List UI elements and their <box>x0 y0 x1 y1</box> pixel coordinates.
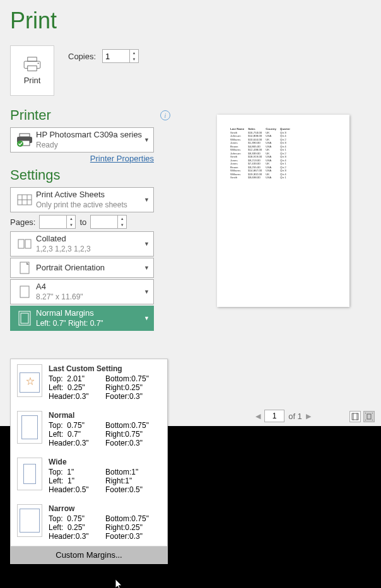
page-title: Print <box>10 8 175 34</box>
show-margins-button[interactable] <box>349 411 361 422</box>
print-button-label: Print <box>24 76 41 85</box>
svg-point-7 <box>17 141 23 147</box>
chevron-down-icon: ▼ <box>144 137 151 143</box>
paper-main: A4 <box>36 282 144 292</box>
zoom-to-page-button[interactable] <box>363 411 375 422</box>
chevron-down-icon: ▼ <box>144 241 151 247</box>
copies-label: Copies: <box>68 52 96 61</box>
orientation-main: Portrait Orientation <box>36 263 144 273</box>
collation-sub: 1,2,3 1,2,3 1,2,3 <box>36 245 144 254</box>
margin-thumb-icon <box>17 364 42 397</box>
pages-label: Pages: <box>10 217 35 227</box>
print-what-select[interactable]: Print Active Sheets Only print the activ… <box>10 187 154 212</box>
paper-icon <box>20 285 30 298</box>
margin-option-narrow[interactable]: NarrowTop: 0.75"Bottom:0.75"Left: 0.25"R… <box>11 499 167 546</box>
collation-main: Collated <box>36 234 144 244</box>
pages-to-label: to <box>79 217 86 227</box>
info-icon[interactable]: i <box>160 110 170 120</box>
margin-option-wide[interactable]: WideTop: 1"Bottom:1"Left: 1"Right:1"Head… <box>11 453 167 499</box>
paper-select[interactable]: A4 8.27" x 11.69" ▼ <box>10 279 154 304</box>
chevron-down-icon: ▼ <box>144 265 151 271</box>
portrait-icon <box>20 262 30 274</box>
svg-rect-17 <box>21 313 28 323</box>
svg-rect-12 <box>18 239 24 248</box>
pages-to-stepper[interactable]: ▲▼ <box>90 215 127 229</box>
printer-heading: Printer <box>10 107 51 124</box>
printer-status: Ready <box>36 141 144 150</box>
svg-rect-2 <box>28 66 37 71</box>
printer-name: HP Photosmart C309a series <box>36 130 144 140</box>
svg-rect-4 <box>20 134 30 137</box>
margins-menu: Last Custom SettingTop: 2.01"Bottom:0.75… <box>10 359 168 564</box>
copies-stepper[interactable]: ▲▼ <box>102 49 139 63</box>
copies-up[interactable]: ▲ <box>130 50 138 56</box>
margin-option-normal[interactable]: NormalTop: 0.75"Bottom:0.75"Left: 0.7"Ri… <box>11 406 167 453</box>
chevron-down-icon: ▼ <box>144 289 151 295</box>
grid-icon <box>17 194 32 205</box>
pages-to-input[interactable] <box>91 217 116 227</box>
print-preview: Last NameSalesCountryQuarterSmith$16,753… <box>217 115 349 307</box>
svg-rect-13 <box>25 239 31 248</box>
printer-properties-link[interactable]: Printer Properties <box>10 154 154 163</box>
svg-rect-0 <box>28 57 37 61</box>
svg-rect-21 <box>367 414 371 419</box>
svg-rect-15 <box>20 286 29 297</box>
chevron-down-icon: ▼ <box>144 315 151 321</box>
orientation-select[interactable]: Portrait Orientation ▼ <box>10 258 154 278</box>
margins-select[interactable]: Normal Margins Left: 0.7" Right: 0.7" ▼ <box>10 306 154 331</box>
print-what-sub: Only print the active sheets <box>36 200 144 210</box>
copies-down[interactable]: ▼ <box>130 56 138 62</box>
collated-icon <box>17 238 32 250</box>
margins-sub: Left: 0.7" Right: 0.7" <box>36 319 144 328</box>
pages-from-stepper[interactable]: ▲▼ <box>39 215 76 229</box>
next-page-button[interactable]: ▶ <box>306 412 311 420</box>
print-what-main: Print Active Sheets <box>36 190 144 200</box>
printer-status-icon <box>16 133 33 147</box>
margins-main: Normal Margins <box>36 308 144 318</box>
margins-icon <box>18 311 31 326</box>
printer-icon <box>21 57 43 72</box>
prev-page-button[interactable]: ◀ <box>255 412 261 420</box>
cursor-icon <box>115 579 125 588</box>
margin-thumb-icon <box>17 504 42 537</box>
margin-thumb-icon <box>17 411 42 444</box>
page-number-input[interactable] <box>264 410 284 422</box>
page-total: of 1 <box>288 412 302 421</box>
margin-thumb-icon <box>17 458 42 490</box>
chevron-down-icon: ▼ <box>144 197 151 203</box>
paper-sub: 8.27" x 11.69" <box>36 292 144 302</box>
pages-from-input[interactable] <box>40 217 65 227</box>
printer-select[interactable]: HP Photosmart C309a series Ready ▼ <box>10 127 154 153</box>
settings-heading: Settings <box>10 167 61 183</box>
svg-point-3 <box>38 62 39 64</box>
copies-input[interactable] <box>103 52 128 61</box>
print-button[interactable]: Print <box>10 45 54 96</box>
custom-margins-item[interactable]: Custom Margins... <box>11 546 167 563</box>
margin-option-last-custom-setting[interactable]: Last Custom SettingTop: 2.01"Bottom:0.75… <box>11 359 167 406</box>
collation-select[interactable]: Collated 1,2,3 1,2,3 1,2,3 ▼ <box>10 231 154 257</box>
